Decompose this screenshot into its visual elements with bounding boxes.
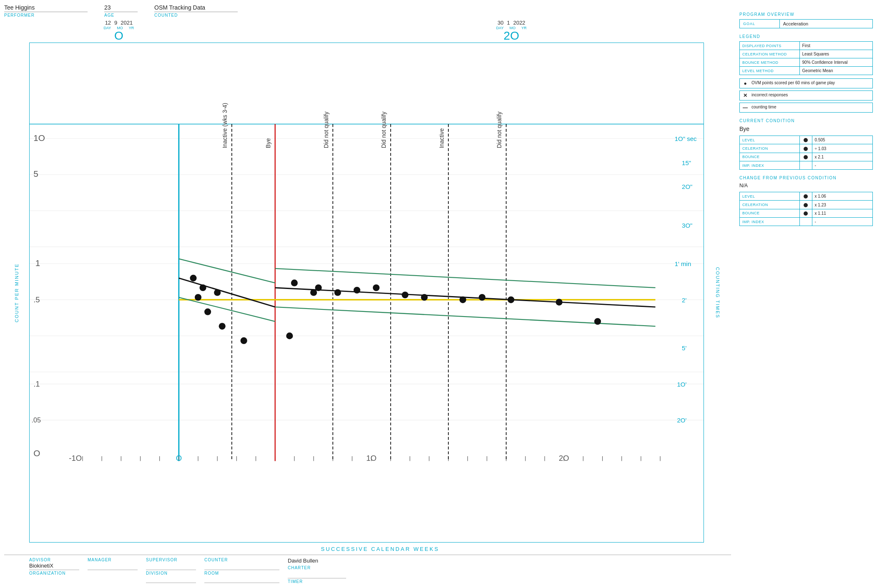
charter-person: David Bullen xyxy=(288,558,346,565)
x-axis-label: SUCCESSIVE CALENDAR WEEKS xyxy=(4,543,731,555)
x-legend-text: incorrect responses xyxy=(751,93,788,97)
bounce-method-value: 90% Confidence Interval xyxy=(799,58,872,67)
svg-text:5': 5' xyxy=(682,344,686,352)
goal-table: GOAL Acceleration xyxy=(739,19,873,28)
svg-point-84 xyxy=(214,289,221,296)
change-na: N/A xyxy=(739,183,873,188)
dot-legend-text: OVM points scored per 60 mins of game pl… xyxy=(751,80,835,85)
svg-point-92 xyxy=(315,284,322,291)
level-method-value: Geometric Mean xyxy=(799,67,872,75)
ch-imp-label: IMP. INDEX xyxy=(740,218,800,226)
bounce-method-label: BOUNCE METHOD xyxy=(740,58,800,67)
supervisor-label: SUPERVISOR xyxy=(146,558,196,562)
svg-point-97 xyxy=(421,294,427,301)
svg-point-100 xyxy=(508,297,514,303)
svg-text:1O': 1O' xyxy=(677,381,687,388)
celeration-method-label: CELERATION METHOD xyxy=(740,50,800,58)
displayed-points-label: DISPLAYED POINTS xyxy=(740,42,800,50)
start-date-values: 12 9 2021 xyxy=(105,20,133,26)
svg-point-93 xyxy=(334,289,341,296)
legend-table: DISPLAYED POINTS First CELERATION METHOD… xyxy=(739,41,873,75)
svg-point-99 xyxy=(479,294,485,301)
change-title: CHANGE FROM PREVIOUS CONDITION xyxy=(739,176,873,180)
counter-label: COUNTER xyxy=(204,558,279,562)
age-label: AGE xyxy=(104,13,138,18)
cc-level-dot xyxy=(804,138,808,142)
svg-point-89 xyxy=(291,279,298,286)
advisor-label: ADVISOR xyxy=(29,558,79,562)
svg-text:15": 15" xyxy=(682,159,691,166)
svg-text:2': 2' xyxy=(682,297,686,304)
cc-bounce-label: BOUNCE xyxy=(740,153,800,161)
current-condition-table: LEVEL 0.505 CELERATION ÷ 1.03 BOUNCE x 2… xyxy=(739,136,873,170)
sidebar: PROGRAM OVERVIEW GOAL Acceleration LEGEN… xyxy=(731,4,873,584)
program-overview-title: PROGRAM OVERVIEW xyxy=(739,12,873,17)
legend-title: LEGEND xyxy=(739,34,873,39)
svg-text:3O": 3O" xyxy=(682,222,692,229)
cc-imp-value: - xyxy=(812,161,872,170)
svg-point-101 xyxy=(556,299,563,306)
svg-point-86 xyxy=(204,309,211,315)
svg-text:.1: .1 xyxy=(33,379,40,388)
timer-label: TIMER xyxy=(288,579,346,584)
svg-text:Inactive (wks 3-4): Inactive (wks 3-4) xyxy=(221,103,228,148)
dash-legend-symbol: — xyxy=(742,105,748,111)
svg-text:.5: .5 xyxy=(33,295,40,304)
displayed-points-value: First xyxy=(799,42,872,50)
svg-text:O: O xyxy=(33,448,40,458)
manager-value xyxy=(88,563,138,570)
ch-celeration-dot xyxy=(804,203,808,207)
svg-text:.05: .05 xyxy=(32,416,41,424)
cc-celeration-label: CELERATION xyxy=(740,144,800,153)
legend-dot-item: ● OVM points scored per 60 mins of game … xyxy=(739,78,873,88)
svg-point-96 xyxy=(402,291,408,298)
svg-text:Did not qualify: Did not qualify xyxy=(323,111,329,148)
svg-point-91 xyxy=(286,332,293,339)
cc-bounce-dot xyxy=(804,155,808,159)
ch-bounce-dot xyxy=(804,211,808,216)
ch-celeration-label: CELERATION xyxy=(740,201,800,209)
svg-text:Bye: Bye xyxy=(265,138,271,148)
svg-text:O: O xyxy=(176,454,182,463)
svg-line-79 xyxy=(275,269,656,288)
chart-svg: 1O 5 1 .5 .1 .05 O 1O" sec 15" 2O" 3O" 1… xyxy=(30,43,704,542)
goal-value: Acceleration xyxy=(779,20,872,28)
y-axis-left-label: COUNT PER MINUTE xyxy=(14,263,19,322)
ch-celeration-value: x 1.23 xyxy=(812,201,872,209)
svg-text:1' min: 1' min xyxy=(675,260,691,267)
svg-text:2O': 2O' xyxy=(677,417,687,424)
y-axis-right-label: COUNTING TIMES xyxy=(715,267,720,318)
svg-point-90 xyxy=(310,289,317,296)
svg-point-82 xyxy=(190,275,196,281)
svg-point-85 xyxy=(195,294,201,301)
timer-value xyxy=(288,571,346,578)
goal-label: GOAL xyxy=(740,20,780,28)
ch-bounce-value: x 1.11 xyxy=(812,209,872,217)
cc-celeration-dot xyxy=(804,147,808,151)
room-value xyxy=(204,575,279,583)
svg-text:-1O: -1O xyxy=(69,454,82,463)
svg-line-78 xyxy=(179,278,275,307)
current-condition-title: CURRENT CONDITION xyxy=(739,118,873,123)
level-method-label: LEVEL METHOD xyxy=(740,67,800,75)
svg-line-77 xyxy=(179,297,275,322)
counted-label: COUNTED xyxy=(154,13,238,18)
organization-label: ORGANIZATION xyxy=(29,571,79,575)
counted-value: OSM Tracking Data xyxy=(154,4,238,12)
advisor-value: BiokinetiX xyxy=(29,563,79,570)
svg-point-102 xyxy=(594,318,601,325)
division-value xyxy=(146,575,196,583)
svg-point-98 xyxy=(460,297,466,303)
svg-text:Did not qualify: Did not qualify xyxy=(496,111,503,148)
cc-level-value: 0.505 xyxy=(812,136,872,144)
ch-imp-value: - xyxy=(812,218,872,226)
performer-value: Tee Higgins xyxy=(4,4,88,12)
counter-value xyxy=(204,563,279,570)
manager-label: MANAGER xyxy=(88,558,138,562)
ch-level-dot xyxy=(804,194,808,199)
legend-dash-item: — counting time xyxy=(739,103,873,113)
dot-legend-symbol: ● xyxy=(742,80,748,86)
division-label: DIVISION xyxy=(146,571,196,575)
supervisor-value xyxy=(146,563,196,570)
end-marker: 2O xyxy=(504,30,519,42)
